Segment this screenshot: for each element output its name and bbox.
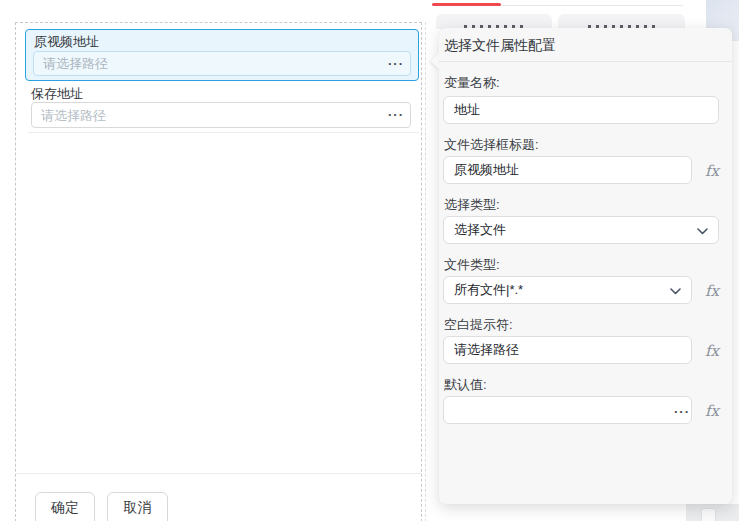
tab-bar-divider — [501, 5, 683, 6]
select-type-label: 选择类型: — [444, 196, 500, 214]
dialog-title-input[interactable] — [443, 156, 692, 184]
default-value-input[interactable] — [443, 396, 692, 424]
chevron-down-icon — [697, 228, 708, 235]
file-type-value: 所有文件|*.* — [454, 281, 523, 299]
path-input[interactable] — [33, 51, 411, 76]
panel-title-divider — [439, 61, 732, 62]
fx-expression-icon[interactable]: fx — [699, 162, 725, 180]
select-type-dropdown[interactable]: 选择文件 — [443, 216, 719, 244]
browse-ellipsis-icon[interactable]: ··· — [388, 110, 404, 120]
chevron-down-icon — [670, 288, 681, 295]
scrollbar-fragment[interactable] — [701, 508, 716, 521]
path-input[interactable] — [31, 102, 411, 128]
dialog-title-label: 文件选择框标题: — [444, 136, 539, 154]
browse-ellipsis-icon[interactable]: ··· — [388, 59, 404, 69]
form-field-original-video-path-selected[interactable]: 原视频地址 — [25, 29, 419, 81]
top-tab-button-1[interactable] — [436, 14, 552, 29]
placeholder-text-label: 空白提示符: — [444, 316, 513, 334]
file-picker-properties-panel: 选择文件属性配置 变量名称: 文件选择框标题: fx 选择类型: 选择文件 文件… — [439, 28, 732, 504]
select-type-value: 选择文件 — [454, 221, 506, 239]
panel-title: 选择文件属性配置 — [444, 37, 556, 55]
active-tab-indicator — [432, 3, 501, 6]
variable-name-input[interactable] — [443, 96, 719, 124]
field-separator — [28, 132, 419, 133]
fx-expression-icon[interactable]: fx — [699, 282, 725, 300]
screen: 原视频地址 ··· 保存地址 ··· 确定 取消 选择文件属性配置 变量名称: … — [0, 0, 739, 521]
variable-name-label: 变量名称: — [444, 74, 500, 92]
field-label: 原视频地址 — [34, 33, 99, 51]
popover-arrow — [430, 53, 439, 69]
placeholder-text-input[interactable] — [443, 336, 692, 364]
cancel-button[interactable]: 取消 — [107, 492, 168, 521]
footer-divider — [16, 473, 421, 474]
ok-button[interactable]: 确定 — [35, 492, 95, 521]
field-label: 保存地址 — [31, 85, 83, 103]
browse-ellipsis-icon[interactable]: ··· — [674, 404, 690, 419]
file-type-label: 文件类型: — [444, 256, 500, 274]
form-canvas-dashed-border-right — [425, 22, 426, 521]
fx-expression-icon[interactable]: fx — [699, 402, 725, 420]
fx-expression-icon[interactable]: fx — [699, 342, 725, 360]
file-type-dropdown[interactable]: 所有文件|*.* — [443, 276, 692, 304]
top-tab-button-2[interactable] — [558, 14, 685, 29]
default-value-label: 默认值: — [444, 376, 487, 394]
